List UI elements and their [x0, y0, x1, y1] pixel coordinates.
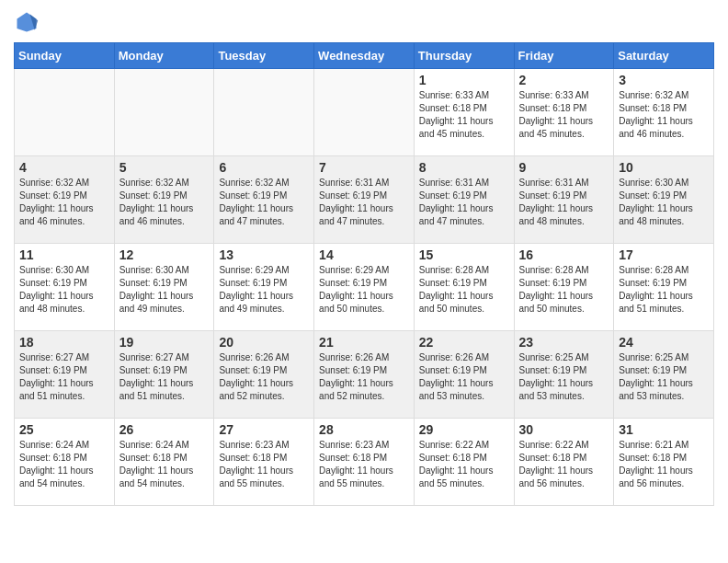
calendar-cell: 22Sunrise: 6:26 AM Sunset: 6:19 PM Dayli…: [414, 331, 514, 419]
day-number: 26: [119, 422, 210, 437]
calendar-cell: 16Sunrise: 6:28 AM Sunset: 6:19 PM Dayli…: [514, 244, 614, 331]
calendar-cell: 10Sunrise: 6:30 AM Sunset: 6:19 PM Dayli…: [614, 156, 714, 244]
day-number: 15: [419, 247, 509, 262]
day-number: 7: [319, 160, 409, 175]
day-number: 6: [219, 160, 309, 175]
week-row-1: 1Sunrise: 6:33 AM Sunset: 6:18 PM Daylig…: [15, 69, 714, 156]
day-info: Sunrise: 6:30 AM Sunset: 6:19 PM Dayligh…: [19, 264, 109, 316]
day-number: 1: [419, 73, 509, 87]
day-info: Sunrise: 6:23 AM Sunset: 6:18 PM Dayligh…: [219, 439, 309, 490]
calendar-cell: 6Sunrise: 6:32 AM Sunset: 6:19 PM Daylig…: [214, 156, 314, 244]
day-number: 11: [19, 247, 109, 262]
day-info: Sunrise: 6:33 AM Sunset: 6:18 PM Dayligh…: [419, 89, 509, 141]
day-number: 21: [319, 335, 409, 350]
day-info: Sunrise: 6:24 AM Sunset: 6:18 PM Dayligh…: [19, 439, 109, 490]
week-row-4: 18Sunrise: 6:27 AM Sunset: 6:19 PM Dayli…: [15, 331, 714, 419]
page: SundayMondayTuesdayWednesdayThursdayFrid…: [0, 0, 728, 563]
calendar-cell: 13Sunrise: 6:29 AM Sunset: 6:19 PM Dayli…: [214, 244, 314, 331]
day-info: Sunrise: 6:22 AM Sunset: 6:18 PM Dayligh…: [419, 439, 509, 490]
calendar-table: SundayMondayTuesdayWednesdayThursdayFrid…: [14, 42, 714, 506]
day-info: Sunrise: 6:21 AM Sunset: 6:18 PM Dayligh…: [619, 439, 709, 490]
day-number: 28: [319, 422, 409, 437]
calendar-cell: 26Sunrise: 6:24 AM Sunset: 6:18 PM Dayli…: [114, 419, 214, 506]
weekday-thursday: Thursday: [414, 43, 514, 69]
day-info: Sunrise: 6:31 AM Sunset: 6:19 PM Dayligh…: [519, 177, 609, 228]
day-number: 9: [519, 160, 609, 175]
day-info: Sunrise: 6:29 AM Sunset: 6:19 PM Dayligh…: [319, 264, 409, 316]
day-info: Sunrise: 6:25 AM Sunset: 6:19 PM Dayligh…: [619, 351, 709, 403]
weekday-monday: Monday: [114, 43, 214, 69]
day-number: 25: [19, 422, 109, 437]
day-number: 17: [619, 247, 709, 262]
calendar-cell: 5Sunrise: 6:32 AM Sunset: 6:19 PM Daylig…: [114, 156, 214, 244]
calendar-cell: 17Sunrise: 6:28 AM Sunset: 6:19 PM Dayli…: [614, 244, 714, 331]
calendar-cell: 1Sunrise: 6:33 AM Sunset: 6:18 PM Daylig…: [414, 69, 514, 156]
day-info: Sunrise: 6:26 AM Sunset: 6:19 PM Dayligh…: [319, 351, 409, 403]
calendar-cell: 4Sunrise: 6:32 AM Sunset: 6:19 PM Daylig…: [15, 156, 115, 244]
calendar-cell: 2Sunrise: 6:33 AM Sunset: 6:18 PM Daylig…: [514, 69, 614, 156]
calendar-cell: 31Sunrise: 6:21 AM Sunset: 6:18 PM Dayli…: [614, 419, 714, 506]
day-number: 18: [19, 335, 109, 350]
calendar-cell: [114, 69, 214, 156]
day-number: 23: [519, 335, 609, 350]
day-number: 4: [19, 160, 109, 175]
day-info: Sunrise: 6:32 AM Sunset: 6:18 PM Dayligh…: [619, 89, 709, 141]
calendar-cell: 25Sunrise: 6:24 AM Sunset: 6:18 PM Dayli…: [15, 419, 115, 506]
calendar-cell: [314, 69, 415, 156]
calendar-cell: 12Sunrise: 6:30 AM Sunset: 6:19 PM Dayli…: [114, 244, 214, 331]
week-row-2: 4Sunrise: 6:32 AM Sunset: 6:19 PM Daylig…: [15, 156, 714, 244]
day-number: 12: [119, 247, 210, 262]
day-number: 3: [619, 73, 709, 87]
day-number: 27: [219, 422, 309, 437]
logo-icon: [14, 9, 40, 35]
calendar-cell: 28Sunrise: 6:23 AM Sunset: 6:18 PM Dayli…: [314, 419, 415, 506]
day-number: 19: [119, 335, 210, 350]
day-info: Sunrise: 6:28 AM Sunset: 6:19 PM Dayligh…: [519, 264, 609, 316]
weekday-saturday: Saturday: [614, 43, 714, 69]
day-number: 29: [419, 422, 509, 437]
day-info: Sunrise: 6:32 AM Sunset: 6:19 PM Dayligh…: [219, 177, 309, 228]
day-info: Sunrise: 6:22 AM Sunset: 6:18 PM Dayligh…: [519, 439, 609, 490]
day-info: Sunrise: 6:27 AM Sunset: 6:19 PM Dayligh…: [19, 351, 109, 403]
day-number: 5: [119, 160, 210, 175]
calendar-cell: 11Sunrise: 6:30 AM Sunset: 6:19 PM Dayli…: [15, 244, 115, 331]
day-number: 30: [519, 422, 609, 437]
day-info: Sunrise: 6:27 AM Sunset: 6:19 PM Dayligh…: [119, 351, 210, 403]
day-info: Sunrise: 6:26 AM Sunset: 6:19 PM Dayligh…: [219, 351, 309, 403]
week-row-3: 11Sunrise: 6:30 AM Sunset: 6:19 PM Dayli…: [15, 244, 714, 331]
day-number: 14: [319, 247, 409, 262]
day-info: Sunrise: 6:25 AM Sunset: 6:19 PM Dayligh…: [519, 351, 609, 403]
day-number: 10: [619, 160, 709, 175]
day-number: 8: [419, 160, 509, 175]
day-info: Sunrise: 6:33 AM Sunset: 6:18 PM Dayligh…: [519, 89, 609, 141]
day-number: 20: [219, 335, 309, 350]
calendar-cell: 18Sunrise: 6:27 AM Sunset: 6:19 PM Dayli…: [15, 331, 115, 419]
day-info: Sunrise: 6:28 AM Sunset: 6:19 PM Dayligh…: [619, 264, 709, 316]
day-info: Sunrise: 6:30 AM Sunset: 6:19 PM Dayligh…: [119, 264, 210, 316]
day-info: Sunrise: 6:23 AM Sunset: 6:18 PM Dayligh…: [319, 439, 409, 490]
day-info: Sunrise: 6:29 AM Sunset: 6:19 PM Dayligh…: [219, 264, 309, 316]
logo: [14, 9, 43, 35]
day-info: Sunrise: 6:26 AM Sunset: 6:19 PM Dayligh…: [419, 351, 509, 403]
day-number: 13: [219, 247, 309, 262]
weekday-tuesday: Tuesday: [214, 43, 314, 69]
calendar-cell: 7Sunrise: 6:31 AM Sunset: 6:19 PM Daylig…: [314, 156, 415, 244]
calendar-cell: 30Sunrise: 6:22 AM Sunset: 6:18 PM Dayli…: [514, 419, 614, 506]
calendar-cell: 29Sunrise: 6:22 AM Sunset: 6:18 PM Dayli…: [414, 419, 514, 506]
weekday-sunday: Sunday: [15, 43, 115, 69]
day-info: Sunrise: 6:24 AM Sunset: 6:18 PM Dayligh…: [119, 439, 210, 490]
calendar-cell: 21Sunrise: 6:26 AM Sunset: 6:19 PM Dayli…: [314, 331, 415, 419]
calendar-cell: 19Sunrise: 6:27 AM Sunset: 6:19 PM Dayli…: [114, 331, 214, 419]
calendar-cell: 15Sunrise: 6:28 AM Sunset: 6:19 PM Dayli…: [414, 244, 514, 331]
weekday-wednesday: Wednesday: [314, 43, 415, 69]
calendar-cell: 3Sunrise: 6:32 AM Sunset: 6:18 PM Daylig…: [614, 69, 714, 156]
calendar-cell: 14Sunrise: 6:29 AM Sunset: 6:19 PM Dayli…: [314, 244, 415, 331]
header: [14, 9, 714, 35]
calendar-cell: 8Sunrise: 6:31 AM Sunset: 6:19 PM Daylig…: [414, 156, 514, 244]
calendar-cell: [214, 69, 314, 156]
day-info: Sunrise: 6:32 AM Sunset: 6:19 PM Dayligh…: [119, 177, 210, 228]
day-number: 2: [519, 73, 609, 87]
calendar-cell: 24Sunrise: 6:25 AM Sunset: 6:19 PM Dayli…: [614, 331, 714, 419]
day-info: Sunrise: 6:28 AM Sunset: 6:19 PM Dayligh…: [419, 264, 509, 316]
weekday-header-row: SundayMondayTuesdayWednesdayThursdayFrid…: [15, 43, 714, 69]
